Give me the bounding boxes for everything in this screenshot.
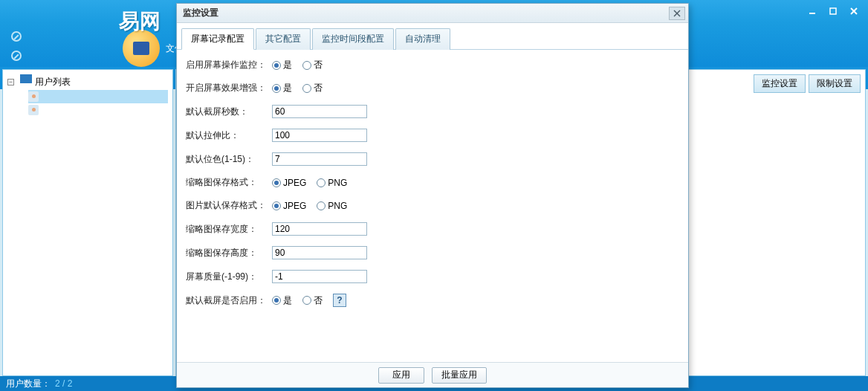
help-button[interactable]: ? [333, 294, 346, 307]
maximize-button[interactable] [823, 4, 843, 19]
row-image-format: 图片默认保存格式： JPEG PNG [184, 199, 681, 212]
input-thumb-width[interactable] [272, 222, 367, 236]
tree-children [7, 90, 168, 117]
row-thumb-width: 缩略图保存宽度： [184, 222, 681, 236]
dialog-footer: 应用 批量应用 [177, 362, 688, 387]
sidebar: − 用户列表 [2, 69, 173, 376]
row-enable-screen-monitor: 启用屏幕操作监控： 是 否 [184, 59, 681, 71]
tab-screen-record[interactable]: 屏幕记录配置 [181, 28, 254, 50]
label-enable-screen-monitor: 启用屏幕操作监控： [184, 59, 272, 71]
label-default-bit-color: 默认位色(1-15)： [184, 153, 272, 166]
user-icon [28, 105, 39, 115]
label-image-format: 图片默认保存格式： [184, 199, 272, 212]
radio-thumb-format-jpeg[interactable]: JPEG [272, 178, 306, 188]
radio-image-format-png[interactable]: PNG [317, 201, 347, 211]
user-list-item[interactable] [28, 103, 168, 117]
radio-icon [317, 178, 326, 187]
radio-icon [272, 61, 281, 70]
tab-time-range[interactable]: 监控时间段配置 [312, 28, 394, 50]
forbid-icon [11, 31, 22, 42]
row-thumb-height: 缩略图保存高度： [184, 246, 681, 259]
monitors-icon [17, 77, 32, 88]
radio-icon [272, 84, 281, 93]
radio-icon [302, 84, 311, 93]
tab-auto-clean[interactable]: 自动清理 [395, 28, 450, 50]
radio-default-capture-enabled-no[interactable]: 否 [302, 294, 323, 307]
radio-enable-screen-monitor-no[interactable]: 否 [302, 59, 323, 71]
dialog-title-bar: 监控设置 [177, 4, 688, 23]
radio-icon [272, 178, 281, 187]
dialog-title: 监控设置 [183, 7, 218, 19]
status-user-count-value: 2 / 2 [55, 378, 72, 389]
monitor-settings-dialog: 监控设置 屏幕记录配置 其它配置 监控时间段配置 自动清理 启用屏幕操作监控： … [176, 3, 689, 388]
label-enable-screen-enhance: 开启屏幕效果增强： [184, 82, 272, 94]
label-thumb-height: 缩略图保存高度： [184, 247, 272, 259]
close-button[interactable] [843, 4, 864, 19]
app-logo-text: 易网 [119, 7, 161, 36]
user-icon [28, 91, 39, 102]
radio-icon [272, 201, 281, 210]
label-default-capture-enabled: 默认截屏是否启用： [184, 294, 272, 307]
input-default-bit-color[interactable] [272, 152, 367, 166]
dialog-tabs: 屏幕记录配置 其它配置 监控时间段配置 自动清理 [177, 23, 688, 50]
label-default-stretch: 默认拉伸比： [184, 129, 272, 142]
radio-icon [317, 201, 326, 210]
status-user-count-label: 用户数量： [6, 378, 51, 390]
row-screen-quality: 屏幕质量(-1-99)： [184, 270, 681, 283]
apply-button[interactable]: 应用 [378, 367, 424, 384]
user-list-item[interactable] [28, 90, 168, 103]
radio-image-format-jpeg[interactable]: JPEG [272, 201, 306, 211]
radio-icon [302, 61, 311, 70]
dialog-close-button[interactable] [669, 7, 685, 20]
input-screen-quality[interactable] [272, 270, 367, 283]
row-default-capture-sec: 默认截屏秒数： [184, 105, 681, 118]
label-default-capture-sec: 默认截屏秒数： [184, 106, 272, 118]
radio-icon [272, 296, 281, 305]
dialog-body: 启用屏幕操作监控： 是 否 开启屏幕效果增强： 是 否 默认截屏秒数： 默认拉伸… [177, 50, 688, 362]
forbid-icon [11, 51, 22, 61]
row-enable-screen-enhance: 开启屏幕效果增强： 是 否 [184, 82, 681, 94]
row-default-stretch: 默认拉伸比： [184, 129, 681, 142]
radio-default-capture-enabled-yes[interactable]: 是 [272, 294, 292, 307]
input-default-capture-sec[interactable] [272, 105, 367, 118]
radio-enable-screen-enhance-no[interactable]: 否 [302, 82, 323, 94]
radio-enable-screen-monitor-yes[interactable]: 是 [272, 59, 292, 71]
row-thumb-format: 缩略图保存格式： JPEG PNG [184, 176, 681, 189]
batch-apply-button[interactable]: 批量应用 [432, 367, 487, 384]
label-thumb-format: 缩略图保存格式： [184, 176, 272, 189]
label-screen-quality: 屏幕质量(-1-99)： [184, 271, 272, 283]
content-tabs: 监控设置 限制设置 [754, 74, 861, 93]
svg-rect-1 [830, 8, 836, 14]
radio-enable-screen-enhance-yes[interactable]: 是 [272, 82, 292, 94]
input-default-stretch[interactable] [272, 129, 367, 142]
row-default-bit-color: 默认位色(1-15)： [184, 152, 681, 166]
row-default-capture-enabled: 默认截屏是否启用： 是 否 ? [184, 294, 681, 307]
label-thumb-width: 缩略图保存宽度： [184, 223, 272, 236]
tab-other-config[interactable]: 其它配置 [256, 28, 311, 50]
radio-thumb-format-png[interactable]: PNG [317, 178, 347, 188]
minimize-button[interactable] [802, 4, 823, 19]
input-thumb-height[interactable] [272, 246, 367, 259]
tree-root[interactable]: − 用户列表 [7, 74, 168, 90]
tree-expander-icon[interactable]: − [7, 79, 14, 85]
tree-root-label: 用户列表 [35, 76, 71, 88]
tab-monitor-settings[interactable]: 监控设置 [754, 74, 806, 93]
radio-icon [302, 296, 311, 305]
tab-restrict-settings[interactable]: 限制设置 [809, 74, 861, 93]
